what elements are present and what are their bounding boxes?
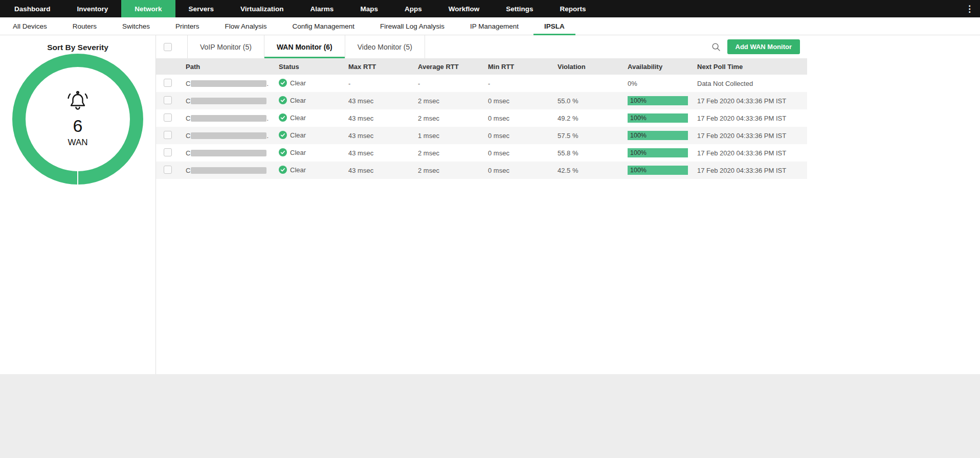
min-rtt-cell: - (482, 75, 551, 92)
column-header-next-poll-time[interactable]: Next Poll Time (691, 58, 807, 75)
tab-video-monitor-5[interactable]: Video Monitor (5) (345, 35, 425, 58)
opmanager-app: DashboardInventoryNetworkServersVirtuali… (0, 0, 980, 458)
check-circle-icon (279, 131, 287, 141)
column-header-average-rtt[interactable]: Average RTT (412, 58, 482, 75)
top-nav-item-servers[interactable]: Servers (175, 0, 228, 17)
row-checkbox-cell (156, 144, 180, 162)
monitor-toolbar: VoIP Monitor (5)WAN Monitor (6)Video Mon… (156, 35, 807, 58)
path-suffix: . (266, 80, 269, 87)
check-circle-icon (279, 79, 287, 88)
sub-nav-item-printers[interactable]: Printers (163, 17, 212, 35)
column-header-status[interactable]: Status (273, 58, 342, 75)
row-checkbox[interactable] (164, 131, 172, 139)
path-text: C (186, 167, 190, 174)
sub-nav-item-firewall-log-analysis[interactable]: Firewall Log Analysis (367, 17, 457, 35)
tab-wan-monitor-6[interactable]: WAN Monitor (6) (264, 35, 345, 58)
select-all-wrap (156, 35, 180, 58)
max-rtt-cell: 43 msec (342, 127, 412, 144)
row-checkbox-cell (156, 127, 180, 144)
kebab-menu-icon[interactable]: ⋮ (959, 0, 980, 17)
top-nav-item-network[interactable]: Network (121, 0, 175, 17)
path-text: C (186, 149, 190, 157)
next-poll-cell: 17 Feb 2020 04:33:36 PM IST (691, 144, 807, 162)
table-row: C.Clear43 msec1 msec0 msec57.5 %100%17 F… (156, 127, 807, 144)
path-text: C (186, 80, 190, 87)
sub-nav-item-all-devices[interactable]: All Devices (0, 17, 60, 35)
monitor-tabs: VoIP Monitor (5)WAN Monitor (6)Video Mon… (187, 35, 425, 58)
row-checkbox[interactable] (164, 148, 172, 156)
sub-nav-item-config-management[interactable]: Config Management (279, 17, 367, 35)
check-circle-icon (279, 148, 287, 158)
top-nav-item-reports[interactable]: Reports (546, 0, 599, 17)
violation-cell (551, 75, 621, 92)
row-checkbox[interactable] (164, 166, 172, 174)
redacted-path (191, 115, 266, 122)
redacted-path (191, 150, 266, 156)
path-cell[interactable]: C (180, 92, 273, 109)
checkbox-column-header (156, 58, 180, 75)
severity-donut[interactable]: 6 WAN (12, 54, 143, 185)
path-suffix: . (266, 132, 269, 140)
redacted-path (191, 80, 266, 87)
top-nav-item-virtualization[interactable]: Virtualization (227, 0, 297, 17)
next-poll-cell: 17 Feb 2020 04:33:36 PM IST (691, 162, 807, 179)
violation-cell: 55.0 % (551, 92, 621, 109)
sub-nav-item-switches[interactable]: Switches (109, 17, 163, 35)
sub-nav-item-ip-management[interactable]: IP Management (457, 17, 531, 35)
top-nav-item-settings[interactable]: Settings (493, 0, 546, 17)
path-cell[interactable]: C. (180, 109, 273, 127)
status-text: Clear (290, 114, 306, 122)
sub-nav-item-flow-analysis[interactable]: Flow Analysis (212, 17, 280, 35)
row-checkbox-cell (156, 92, 180, 109)
column-header-availability[interactable]: Availability (621, 58, 691, 75)
status-text: Clear (290, 166, 306, 174)
column-header-path[interactable]: Path (180, 58, 273, 75)
top-nav-item-workflow[interactable]: Workflow (435, 0, 493, 17)
min-rtt-cell: 0 msec (482, 162, 551, 179)
status-cell: Clear (273, 144, 342, 162)
violation-cell: 42.5 % (551, 162, 621, 179)
severity-count: 6 (65, 116, 90, 136)
status-text: Clear (290, 131, 306, 139)
monitor-widget: VoIP Monitor (5)WAN Monitor (6)Video Mon… (156, 35, 807, 179)
max-rtt-cell: 43 msec (342, 92, 412, 109)
sub-nav-item-ipsla[interactable]: IPSLA (531, 17, 577, 35)
select-all-checkbox[interactable] (164, 43, 172, 51)
row-checkbox[interactable] (164, 96, 172, 104)
avg-rtt-cell: 1 msec (412, 127, 482, 144)
bell-icon (65, 105, 90, 113)
next-poll-cell: Data Not Collected (691, 75, 807, 92)
top-nav-item-maps[interactable]: Maps (347, 0, 391, 17)
max-rtt-cell: - (342, 75, 412, 92)
availability-bar: 100% (628, 96, 688, 105)
top-nav-item-apps[interactable]: Apps (391, 0, 435, 17)
table-row: CClear43 msec2 msec0 msec55.8 %100%17 Fe… (156, 144, 807, 162)
path-cell[interactable]: C (180, 162, 273, 179)
search-icon[interactable] (711, 42, 721, 52)
status-cell: Clear (273, 109, 342, 127)
availability-bar: 100% (628, 148, 688, 157)
min-rtt-cell: 0 msec (482, 144, 551, 162)
add-wan-monitor-button[interactable]: Add WAN Monitor (727, 39, 800, 54)
donut-center: 6 WAN (65, 90, 90, 148)
row-checkbox[interactable] (164, 79, 172, 87)
column-header-min-rtt[interactable]: Min RTT (482, 58, 551, 75)
tab-voip-monitor-5[interactable]: VoIP Monitor (5) (187, 35, 264, 58)
sub-nav-item-routers[interactable]: Routers (60, 17, 109, 35)
column-header-violation[interactable]: Violation (551, 58, 621, 75)
availability-bar: 100% (628, 166, 688, 175)
check-circle-icon (279, 96, 287, 106)
path-cell[interactable]: C. (180, 127, 273, 144)
column-header-max-rtt[interactable]: Max RTT (342, 58, 412, 75)
path-cell[interactable]: C. (180, 75, 273, 92)
path-cell[interactable]: C (180, 144, 273, 162)
min-rtt-cell: 0 msec (482, 127, 551, 144)
table-header-row: PathStatusMax RTTAverage RTTMin RTTViola… (156, 58, 807, 75)
row-checkbox[interactable] (164, 113, 172, 122)
availability-cell: 100% (621, 92, 691, 109)
top-nav-item-dashboard[interactable]: Dashboard (1, 0, 64, 17)
avg-rtt-cell: - (412, 75, 482, 92)
top-nav-item-alarms[interactable]: Alarms (297, 0, 347, 17)
top-nav-item-inventory[interactable]: Inventory (64, 0, 122, 17)
severity-sidebar: Sort By Severity 6 WAN (0, 35, 156, 374)
